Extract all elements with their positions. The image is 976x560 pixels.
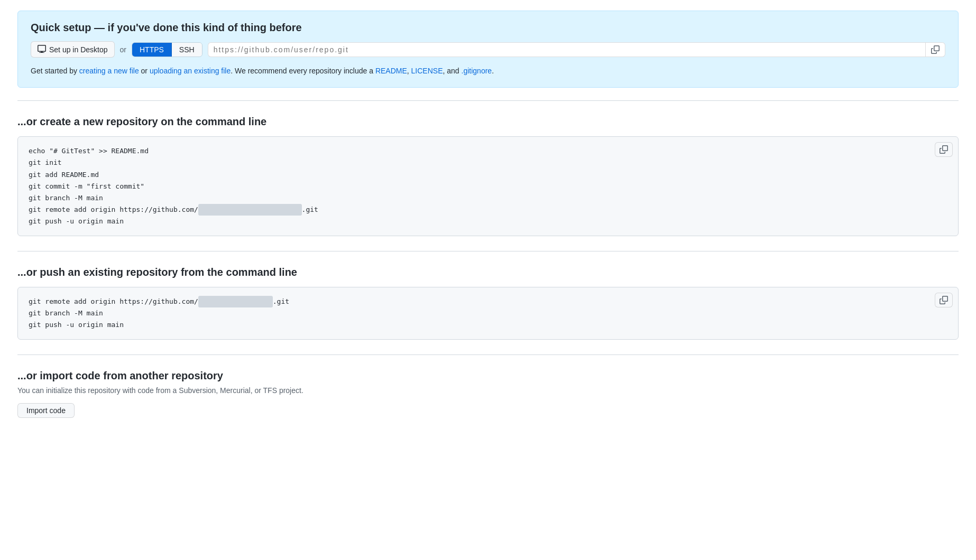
license-link[interactable]: LICENSE xyxy=(411,67,443,75)
import-code-button[interactable]: Import code xyxy=(17,403,75,418)
create-new-file-link[interactable]: creating a new file xyxy=(79,67,139,75)
push-repo-title: ...or push an existing repository from t… xyxy=(17,266,959,278)
quick-setup-title: Quick setup — if you've done this kind o… xyxy=(31,22,945,34)
create-repo-title: ...or create a new repository on the com… xyxy=(17,116,959,128)
copy-url-button[interactable] xyxy=(925,43,945,57)
page-wrapper: Quick setup — if you've done this kind o… xyxy=(17,11,959,423)
copy-code-icon xyxy=(940,145,948,154)
protocol-toggle: HTTPS SSH xyxy=(132,42,202,57)
copy-push-icon xyxy=(940,296,948,304)
ssh-button[interactable]: SSH xyxy=(172,43,202,57)
upload-file-link[interactable]: uploading an existing file xyxy=(150,67,231,75)
create-repo-section: ...or create a new repository on the com… xyxy=(17,100,959,251)
setup-in-desktop-button[interactable]: Set up in Desktop xyxy=(31,41,115,58)
gitignore-link[interactable]: .gitignore xyxy=(462,67,492,75)
redacted-url-1 xyxy=(198,204,302,216)
https-button[interactable]: HTTPS xyxy=(132,43,172,57)
create-repo-code: echo "# GitTest" >> README.md git init g… xyxy=(29,145,947,227)
create-repo-code-block: echo "# GitTest" >> README.md git init g… xyxy=(17,136,959,236)
setup-controls: Set up in Desktop or HTTPS SSH xyxy=(31,41,945,58)
push-repo-code-block: git remote add origin https://github.com… xyxy=(17,287,959,340)
readme-link[interactable]: README xyxy=(375,67,407,75)
import-section: ...or import code from another repositor… xyxy=(17,354,959,423)
import-title: ...or import code from another repositor… xyxy=(17,370,959,382)
redacted-url-2 xyxy=(198,296,273,307)
desktop-button-label: Set up in Desktop xyxy=(49,45,108,54)
repo-url-input[interactable] xyxy=(208,43,925,57)
url-field-wrapper xyxy=(208,42,945,57)
push-repo-code: git remote add origin https://github.com… xyxy=(29,296,947,331)
quick-setup-section: Quick setup — if you've done this kind o… xyxy=(17,11,959,88)
import-description: You can initialize this repository with … xyxy=(17,386,959,395)
copy-create-code-button[interactable] xyxy=(935,142,953,157)
copy-icon xyxy=(931,45,940,54)
desktop-icon xyxy=(38,44,46,54)
push-repo-section: ...or push an existing repository from t… xyxy=(17,251,959,354)
or-separator: or xyxy=(120,45,126,54)
setup-hint: Get started by creating a new file or up… xyxy=(31,65,945,77)
copy-push-code-button[interactable] xyxy=(935,293,953,307)
